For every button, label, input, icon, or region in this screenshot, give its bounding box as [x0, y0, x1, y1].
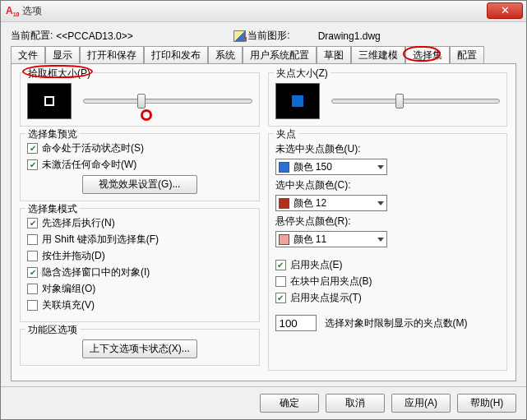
chevron-down-icon	[377, 201, 384, 205]
chk-shift[interactable]	[27, 234, 38, 245]
chk-hatch[interactable]	[27, 300, 38, 311]
visual-settings-button[interactable]: 视觉效果设置(G)...	[82, 175, 197, 194]
hover-swatch	[279, 234, 289, 245]
tab-3d[interactable]: 三维建模	[351, 46, 405, 63]
unsel-color-combo[interactable]: 颜色 150	[275, 159, 387, 175]
chk-preselect-label: 先选择后执行(N)	[42, 216, 115, 230]
dialog-content: 当前配置: <<PCCAD13.0>> 当前图形: Drawing1.dwg 文…	[1, 22, 526, 386]
mode-group: 选择集模式 先选择后执行(N) 用 Shift 键添加到选择集(F) 按住并拖动…	[20, 208, 260, 322]
chk-hatch-label: 关联填充(V)	[42, 298, 95, 312]
selection-panel: 拾取框大小(P) 选择集预览 命令处于活动状态时(S)	[11, 64, 516, 381]
gripsize-slider-thumb[interactable]	[395, 94, 404, 108]
hover-label: 悬停夹点颜色(R):	[275, 215, 501, 228]
gripsize-preview	[275, 83, 320, 119]
current-drawing-label: 当前图形:	[233, 29, 289, 43]
hover-color-combo[interactable]: 颜色 11	[275, 231, 387, 247]
chk-active-label: 命令处于活动状态时(S)	[42, 141, 144, 155]
grip-limit-label: 选择对象时限制显示的夹点数(M)	[325, 316, 468, 330]
chk-noactive[interactable]	[27, 159, 38, 170]
unsel-value: 颜色 150	[294, 160, 332, 174]
apply-button[interactable]: 应用(A)	[391, 394, 451, 413]
titlebar: A10 选项 ✕	[1, 1, 526, 22]
chk-group[interactable]	[27, 284, 38, 294]
chk-active[interactable]	[27, 143, 38, 154]
tab-selection[interactable]: 选择集	[405, 46, 450, 63]
chk-noactive-label: 未激活任何命令时(W)	[42, 158, 136, 172]
current-drawing-value: Drawing1.dwg	[318, 30, 381, 42]
unsel-swatch	[279, 162, 289, 173]
tab-draft[interactable]: 草图	[317, 46, 351, 63]
chk-pressdrag-label: 按住并拖动(D)	[42, 249, 105, 263]
tab-print[interactable]: 打印和发布	[144, 46, 208, 63]
pickbox-row	[27, 83, 252, 119]
chevron-down-icon	[377, 238, 384, 242]
chk-griptips[interactable]	[275, 293, 286, 303]
pickbox-slider-thumb[interactable]	[137, 94, 146, 108]
pickbox-title: 拾取框大小(P)	[25, 67, 93, 81]
sel-value: 颜色 12	[294, 196, 327, 210]
tab-profiles[interactable]: 配置	[450, 46, 484, 63]
tab-user[interactable]: 用户系统配置	[243, 46, 317, 63]
chk-implied[interactable]	[27, 267, 38, 278]
drawing-icon	[233, 30, 246, 42]
pickbox-preview	[27, 83, 72, 119]
tab-file[interactable]: 文件	[11, 46, 45, 63]
tab-display[interactable]: 显示	[45, 46, 80, 63]
chk-enable-grips[interactable]	[275, 260, 286, 270]
chk-implied-label: 隐含选择窗口中的对象(I)	[42, 265, 150, 279]
chk-inblock-label: 在块中启用夹点(B)	[290, 275, 372, 288]
right-column: 夹点大小(Z) 夹点 未选中夹点颜色(U):	[268, 72, 508, 377]
grip-limit-input[interactable]	[275, 315, 317, 331]
current-profile-value: <<PCCAD13.0>>	[56, 30, 225, 42]
button-bar: 确定 取消 应用(A) 帮助(H)	[1, 386, 526, 419]
preview-title: 选择集预览	[25, 127, 80, 141]
ribbon-title: 功能区选项	[25, 323, 80, 337]
chk-shift-label: 用 Shift 键添加到选择集(F)	[42, 233, 159, 247]
left-column: 拾取框大小(P) 选择集预览 命令处于活动状态时(S)	[20, 72, 260, 377]
current-profile-label: 当前配置:	[11, 29, 53, 43]
grips-title: 夹点	[274, 127, 298, 141]
mode-title: 选择集模式	[25, 202, 80, 216]
gripsize-slider[interactable]	[331, 99, 501, 104]
options-dialog: A10 选项 ✕ 当前配置: <<PCCAD13.0>> 当前图形: Drawi…	[0, 0, 527, 420]
header-row: 当前配置: <<PCCAD13.0>> 当前图形: Drawing1.dwg	[11, 29, 516, 43]
ok-button[interactable]: 确定	[260, 394, 319, 413]
chevron-down-icon	[377, 165, 384, 169]
chk-inblock[interactable]	[275, 276, 286, 287]
close-button[interactable]: ✕	[487, 2, 523, 19]
chk-preselect[interactable]	[27, 218, 38, 228]
drawing-label-text: 当前图形:	[247, 29, 289, 43]
sel-label: 选中夹点颜色(C):	[275, 178, 501, 192]
context-tab-state-button[interactable]: 上下文选项卡状态(X)...	[82, 339, 197, 358]
gripsize-group: 夹点大小(Z)	[268, 72, 508, 127]
sel-swatch	[279, 198, 289, 209]
hover-value: 颜色 11	[294, 233, 327, 247]
grips-group: 夹点 未选中夹点颜色(U): 颜色 150 选中夹点颜色(C): 颜色 12 悬…	[268, 133, 508, 371]
cancel-button[interactable]: 取消	[326, 394, 385, 413]
tab-selection-label: 选择集	[413, 49, 442, 61]
chk-group-label: 对象编组(O)	[42, 282, 95, 296]
tab-system[interactable]: 系统	[208, 46, 243, 63]
pickbox-group: 拾取框大小(P)	[20, 72, 260, 127]
tab-open-save[interactable]: 打开和保存	[80, 46, 144, 63]
help-button[interactable]: 帮助(H)	[457, 394, 516, 413]
gripsize-title: 夹点大小(Z)	[274, 67, 331, 81]
tab-strip: 文件 显示 打开和保存 打印和发布 系统 用户系统配置 草图 三维建模 选择集 …	[11, 46, 516, 64]
sel-color-combo[interactable]: 颜色 12	[275, 195, 387, 211]
pickbox-slider[interactable]	[83, 99, 252, 104]
chk-enable-grips-label: 启用夹点(E)	[290, 258, 343, 272]
pickbox-preview-square	[44, 96, 54, 106]
app-icon: A10	[6, 5, 19, 17]
ribbon-group: 功能区选项 上下文选项卡状态(X)...	[20, 329, 260, 366]
highlight-circle-slider	[141, 109, 152, 121]
unsel-label: 未选中夹点颜色(U):	[275, 142, 501, 156]
window-title: 选项	[22, 4, 42, 18]
gripsize-row	[275, 83, 501, 119]
chk-pressdrag[interactable]	[27, 251, 38, 261]
preview-group: 选择集预览 命令处于活动状态时(S) 未激活任何命令时(W) 视觉效果设置(G)…	[20, 133, 260, 201]
chk-griptips-label: 启用夹点提示(T)	[290, 291, 362, 305]
gripsize-preview-square	[292, 95, 303, 107]
